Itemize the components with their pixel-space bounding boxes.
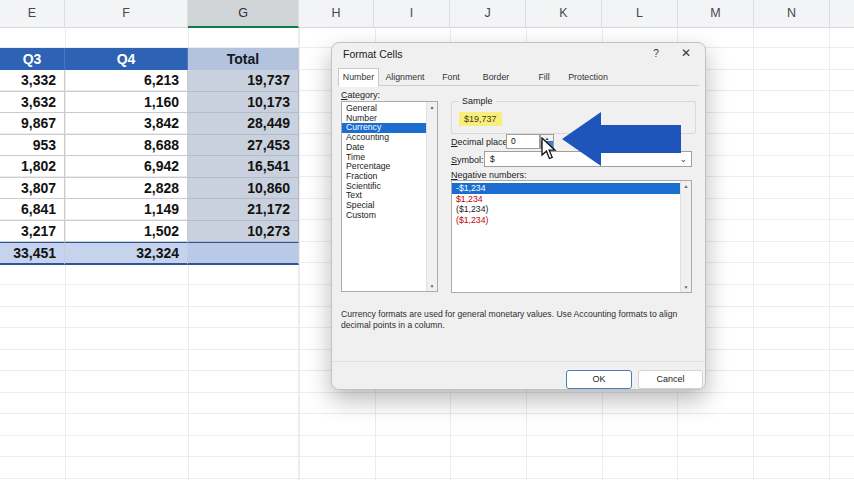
symbol-value: $: [490, 154, 495, 164]
tab-font[interactable]: Font: [436, 69, 466, 85]
highlight-arrow: [558, 105, 686, 175]
cell-G[interactable]: 16,541: [188, 156, 299, 178]
cell-G[interactable]: 10,273: [188, 221, 299, 243]
column-header-J[interactable]: J: [450, 0, 526, 28]
cell-E[interactable]: 9,867: [0, 113, 65, 135]
table-header-q3[interactable]: Q3: [0, 48, 65, 70]
cell-E[interactable]: 953: [0, 135, 65, 157]
tab-alignment[interactable]: Alignment: [382, 69, 428, 85]
sample-value: $19,737: [459, 112, 502, 126]
negative-scrollbar[interactable]: ▲ ▼: [680, 181, 691, 292]
cell-F[interactable]: 1,502: [65, 221, 188, 243]
scroll-down-icon[interactable]: ▼: [427, 283, 437, 289]
cell-total-q3[interactable]: 33,451: [0, 242, 65, 265]
category-description: Currency formats are used for general mo…: [341, 309, 699, 330]
help-icon[interactable]: ?: [650, 48, 662, 59]
cell-F[interactable]: 6,942: [65, 156, 188, 178]
decimal-places-label: Decimal places:: [451, 137, 515, 147]
cell-E[interactable]: 3,807: [0, 178, 65, 200]
cell-E[interactable]: 3,332: [0, 70, 65, 92]
column-header-I[interactable]: I: [374, 0, 450, 28]
decimal-places-input[interactable]: 0: [506, 134, 540, 149]
column-header-G[interactable]: G: [188, 0, 299, 28]
column-header-K[interactable]: K: [526, 0, 602, 28]
category-item[interactable]: Custom: [342, 211, 426, 221]
cell-F[interactable]: 1,149: [65, 199, 188, 221]
arrow-shape: [562, 112, 681, 166]
cell-F[interactable]: 1,160: [65, 92, 188, 114]
column-header-L[interactable]: L: [602, 0, 678, 28]
category-listbox: General Number Currency Accounting Date …: [341, 101, 438, 292]
negative-option[interactable]: ($1,234): [452, 215, 680, 226]
cancel-button[interactable]: Cancel: [638, 370, 703, 389]
cell-G[interactable]: 10,860: [188, 178, 299, 200]
column-header-N[interactable]: N: [754, 0, 830, 28]
tab-protection[interactable]: Protection: [563, 69, 613, 85]
cell-F[interactable]: 8,688: [65, 135, 188, 157]
cell-G[interactable]: 19,737: [188, 70, 299, 92]
category-scrollbar[interactable]: ▲ ▼: [426, 102, 437, 291]
cell-E[interactable]: 6,841: [0, 199, 65, 221]
negative-numbers-listbox: -$1,234 $1,234 ($1,234) ($1,234) ▲ ▼: [451, 180, 692, 293]
cell-G[interactable]: 10,173: [188, 92, 299, 114]
sample-label: Sample: [459, 96, 496, 106]
table-header-q4[interactable]: Q4: [65, 48, 188, 70]
column-header-strip: E F G H I J K L M N: [0, 0, 854, 28]
cell-G[interactable]: 27,453: [188, 135, 299, 157]
cell-F[interactable]: 3,842: [65, 113, 188, 135]
negative-option[interactable]: ($1,234): [452, 204, 680, 215]
close-icon[interactable]: ✕: [679, 46, 693, 60]
format-cells-dialog: Format Cells ? ✕ Number Alignment Font B…: [331, 42, 706, 390]
column-header-E[interactable]: E: [0, 0, 65, 28]
footer-divider: [332, 361, 705, 362]
negative-option[interactable]: $1,234: [452, 194, 680, 205]
symbol-label: Symbol:: [451, 155, 484, 165]
column-header-F[interactable]: F: [65, 0, 188, 28]
ok-button[interactable]: OK: [566, 370, 632, 389]
category-label: Category:: [341, 90, 380, 100]
negative-numbers-label: Negative numbers:: [451, 170, 527, 180]
scroll-up-icon[interactable]: ▲: [427, 104, 437, 110]
table-header-total[interactable]: Total: [188, 48, 299, 70]
mouse-cursor-icon: [540, 137, 560, 163]
cell-E[interactable]: 3,632: [0, 92, 65, 114]
column-header-M[interactable]: M: [678, 0, 754, 28]
cell-total-g[interactable]: [188, 242, 299, 265]
tab-strip: Number Alignment Font Border Fill Protec…: [338, 68, 699, 86]
cell-E[interactable]: 3,217: [0, 221, 65, 243]
cell-F[interactable]: 2,828: [65, 178, 188, 200]
column-header-H[interactable]: H: [299, 0, 374, 28]
cell-F[interactable]: 6,213: [65, 70, 188, 92]
tab-fill[interactable]: Fill: [532, 69, 556, 85]
tab-number[interactable]: Number: [338, 68, 379, 87]
tab-border[interactable]: Border: [477, 69, 515, 85]
cell-E[interactable]: 1,802: [0, 156, 65, 178]
cell-G[interactable]: 28,449: [188, 113, 299, 135]
scroll-down-icon[interactable]: ▼: [681, 284, 691, 290]
negative-option-selected[interactable]: -$1,234: [452, 183, 680, 194]
scroll-up-icon[interactable]: ▲: [681, 183, 691, 189]
cell-total-q4[interactable]: 32,324: [65, 242, 188, 265]
cell-G[interactable]: 21,172: [188, 199, 299, 221]
dialog-title: Format Cells: [343, 48, 403, 60]
